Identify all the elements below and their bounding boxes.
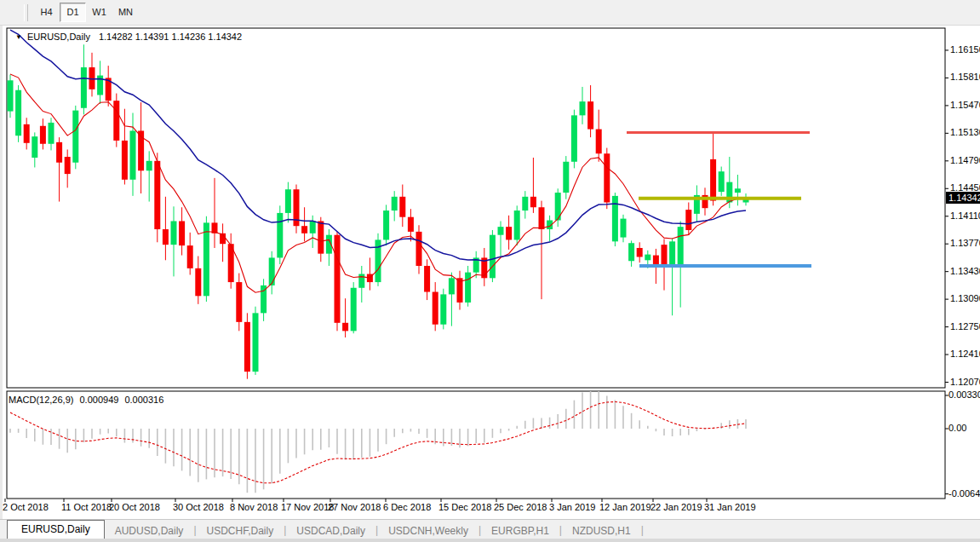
macd-name: MACD(12,26,9) (9, 395, 73, 405)
price-axis-label: 1.13430 (950, 266, 980, 276)
tab-nzdusd-h1[interactable]: NZDUSD,H1 (562, 522, 641, 539)
date-axis-label: 6 Dec 2018 (383, 502, 431, 512)
date-axis-label: 3 Jan 2019 (549, 502, 595, 512)
macd-main-value: 0.000949 (79, 395, 118, 405)
window-bottom-edge (0, 539, 980, 542)
tab-separator: | (641, 524, 644, 536)
chart-title: ▼EURUSD,Daily1.14282 1.14391 1.14236 1.1… (15, 32, 242, 42)
symbol-tab-bar: EURUSD,Daily AUDUSD,Daily | USDCHF,Daily… (0, 519, 980, 539)
chart-symbol-label: EURUSD,Daily (27, 32, 90, 42)
price-axis-label: 1.13090 (950, 293, 980, 303)
tab-eurgbp-h1[interactable]: EURGBP,H1 (481, 522, 559, 539)
date-axis-label: 17 Nov 2018 (281, 502, 334, 512)
price-axis-label: 1.15130 (950, 127, 980, 137)
price-axis-label: 1.15470 (950, 100, 980, 110)
macd-signal-value: 0.000316 (124, 395, 163, 405)
tab-usdcnh-weekly[interactable]: USDCNH,Weekly (378, 522, 479, 539)
macd-panel[interactable] (7, 391, 945, 499)
candlestick-chart[interactable] (0, 0, 980, 542)
date-axis-label: 25 Dec 2018 (494, 502, 547, 512)
price-axis-label: 1.16150 (950, 44, 980, 55)
price-axis-label: 1.15810 (950, 72, 980, 82)
chevron-down-icon[interactable]: ▼ (15, 33, 22, 41)
price-axis-label: 1.12750 (950, 321, 980, 332)
date-axis-label: 12 Jan 2019 (599, 502, 651, 512)
price-axis-label: 1.12070 (950, 377, 980, 387)
tab-usdcad-daily[interactable]: USDCAD,Daily (286, 522, 375, 539)
chart-ohlc-values: 1.14282 1.14391 1.14236 1.14342 (99, 32, 242, 42)
macd-axis-label: -0.00649 (948, 488, 980, 499)
date-axis-label: 22 Jan 2019 (650, 502, 702, 512)
tab-audusd-daily[interactable]: AUDUSD,Daily (105, 522, 194, 539)
tab-usdchf-daily[interactable]: USDCHF,Daily (197, 522, 284, 539)
date-axis-label: 15 Dec 2018 (438, 502, 491, 512)
date-axis-label: 30 Oct 2018 (173, 502, 224, 512)
price-axis-label: 1.14790 (950, 155, 980, 165)
price-panel[interactable] (7, 28, 945, 388)
macd-axis-label: 0.00 (948, 423, 966, 433)
current-price-badge: 1.14342 (946, 192, 980, 204)
price-axis-label: 1.14110 (950, 210, 980, 221)
price-axis-label: 1.13770 (950, 238, 980, 248)
price-axis-label: 1.12410 (950, 349, 980, 359)
macd-indicator-label: MACD(12,26,9) 0.000949 0.000316 (9, 395, 167, 405)
date-axis-label: 8 Nov 2018 (230, 502, 278, 512)
date-axis-label: 2 Oct 2018 (3, 502, 49, 512)
date-axis-label: 27 Nov 2018 (328, 502, 381, 512)
date-axis-label: 31 Jan 2019 (704, 502, 756, 512)
date-axis-label: 11 Oct 2018 (61, 502, 112, 512)
date-axis-label: 20 Oct 2018 (109, 502, 160, 512)
tab-eurusd-daily[interactable]: EURUSD,Daily (7, 520, 105, 539)
macd-axis-label: 0.003306 (948, 389, 980, 400)
